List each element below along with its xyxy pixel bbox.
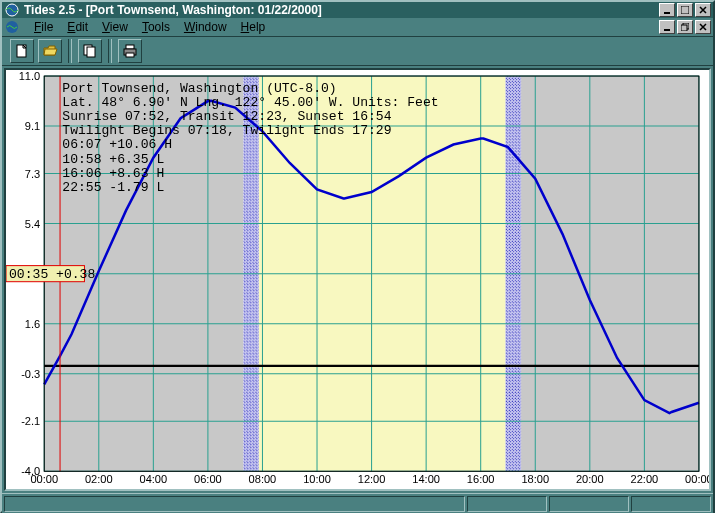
svg-text:04:00: 04:00 bbox=[140, 473, 168, 485]
svg-text:06:07 +10.06 H: 06:07 +10.06 H bbox=[62, 137, 172, 152]
svg-text:10:00: 10:00 bbox=[303, 473, 331, 485]
svg-text:00:00: 00:00 bbox=[685, 473, 709, 485]
menu-edit[interactable]: Edit bbox=[61, 18, 94, 36]
svg-text:16:06  +8.63 H: 16:06 +8.63 H bbox=[62, 166, 164, 181]
svg-rect-6 bbox=[681, 25, 687, 31]
svg-text:22:00: 22:00 bbox=[631, 473, 659, 485]
svg-text:-0.3: -0.3 bbox=[21, 368, 40, 380]
svg-rect-9 bbox=[87, 47, 95, 57]
minimize-button[interactable] bbox=[659, 3, 675, 17]
new-button[interactable] bbox=[10, 39, 34, 63]
menu-file[interactable]: File bbox=[28, 18, 59, 36]
close-button[interactable] bbox=[695, 3, 711, 17]
svg-text:06:00: 06:00 bbox=[194, 473, 222, 485]
svg-text:Sunrise 07:52, Transit 12:23, : Sunrise 07:52, Transit 12:23, Sunset 16:… bbox=[62, 109, 391, 124]
svg-text:11.0: 11.0 bbox=[19, 70, 41, 82]
status-cell-3 bbox=[549, 496, 629, 512]
svg-text:5.4: 5.4 bbox=[25, 218, 40, 230]
client-area: -4.0-2.1-0.31.63.55.47.39.111.000:0002:0… bbox=[2, 66, 713, 493]
window-title: Tides 2.5 - [Port Townsend, Washington: … bbox=[24, 3, 659, 17]
tide-chart[interactable]: -4.0-2.1-0.31.63.55.47.39.111.000:0002:0… bbox=[6, 70, 709, 489]
mdi-close-button[interactable] bbox=[695, 20, 711, 34]
toolbar bbox=[2, 37, 713, 66]
menu-help[interactable]: Help bbox=[235, 18, 272, 36]
chart-area[interactable]: -4.0-2.1-0.31.63.55.47.39.111.000:0002:0… bbox=[4, 68, 711, 491]
svg-text:12:00: 12:00 bbox=[358, 473, 386, 485]
svg-text:10:58  +6.35 L: 10:58 +6.35 L bbox=[62, 152, 164, 167]
open-folder-icon bbox=[42, 43, 58, 59]
svg-text:08:00: 08:00 bbox=[249, 473, 277, 485]
copy-icon bbox=[82, 43, 98, 59]
toolbar-separator bbox=[108, 39, 112, 63]
svg-rect-12 bbox=[126, 53, 134, 57]
menu-window[interactable]: Window bbox=[178, 18, 233, 36]
svg-text:16:00: 16:00 bbox=[467, 473, 495, 485]
svg-rect-10 bbox=[126, 45, 134, 49]
printer-icon bbox=[122, 43, 138, 59]
status-cell-1 bbox=[4, 496, 465, 512]
maximize-button[interactable] bbox=[677, 3, 693, 17]
toolbar-separator bbox=[68, 39, 72, 63]
svg-text:7.3: 7.3 bbox=[25, 168, 40, 180]
open-button[interactable] bbox=[38, 39, 62, 63]
svg-text:Twilight Begins 07:18, Twiligh: Twilight Begins 07:18, Twilight Ends 17:… bbox=[62, 123, 391, 138]
svg-text:20:00: 20:00 bbox=[576, 473, 604, 485]
titlebar[interactable]: Tides 2.5 - [Port Townsend, Washington: … bbox=[2, 2, 713, 18]
svg-rect-1 bbox=[664, 12, 670, 14]
svg-text:22:55  -1.79 L: 22:55 -1.79 L bbox=[62, 180, 164, 195]
print-button[interactable] bbox=[118, 39, 142, 63]
svg-text:02:00: 02:00 bbox=[85, 473, 113, 485]
copy-button[interactable] bbox=[78, 39, 102, 63]
svg-rect-2 bbox=[681, 6, 689, 14]
mdi-restore-button[interactable] bbox=[677, 20, 693, 34]
doc-globe-icon bbox=[4, 19, 20, 35]
mdi-minimize-button[interactable] bbox=[659, 20, 675, 34]
app-icon bbox=[4, 2, 20, 18]
svg-text:00:00: 00:00 bbox=[30, 473, 58, 485]
window-frame: Tides 2.5 - [Port Townsend, Washington: … bbox=[0, 0, 715, 513]
svg-text:00:35 +0.38: 00:35 +0.38 bbox=[9, 267, 95, 282]
statusbar bbox=[2, 493, 713, 513]
svg-text:14:00: 14:00 bbox=[412, 473, 440, 485]
svg-rect-4 bbox=[664, 29, 670, 31]
status-cell-2 bbox=[467, 496, 547, 512]
svg-text:9.1: 9.1 bbox=[25, 120, 40, 132]
svg-text:-2.1: -2.1 bbox=[21, 415, 40, 427]
svg-text:Lat. 48° 6.90' N Lng. 122° 45.: Lat. 48° 6.90' N Lng. 122° 45.00' W. Uni… bbox=[62, 95, 438, 110]
menu-tools[interactable]: Tools bbox=[136, 18, 176, 36]
svg-text:Port Townsend, Washington (UTC: Port Townsend, Washington (UTC-8.0) bbox=[62, 81, 336, 96]
menubar: File Edit View Tools Window Help bbox=[2, 18, 713, 37]
svg-text:1.6: 1.6 bbox=[25, 318, 40, 330]
new-file-icon bbox=[14, 43, 30, 59]
menu-view[interactable]: View bbox=[96, 18, 134, 36]
svg-text:18:00: 18:00 bbox=[521, 473, 549, 485]
status-cell-4 bbox=[631, 496, 711, 512]
